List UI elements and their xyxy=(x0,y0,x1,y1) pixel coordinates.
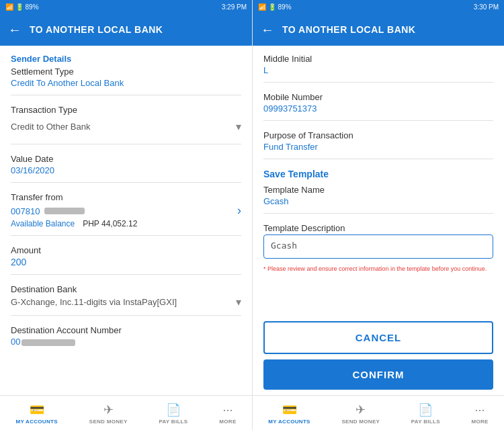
value-date-group: Value Date 03/16/2020 xyxy=(11,154,241,183)
save-template-label: Save Template xyxy=(263,169,493,179)
template-name-value: Gcash xyxy=(263,196,493,206)
right-nav-more[interactable]: ··· MORE xyxy=(471,403,488,425)
available-balance-label: Available Balance xyxy=(11,219,75,228)
dropdown-arrow-icon: ▾ xyxy=(236,120,241,133)
left-panel: 📶 🔋 89% 3:29 PM ← TO ANOTHER LOCAL BANK … xyxy=(0,0,252,430)
account-row[interactable]: 007810 › xyxy=(11,204,241,218)
transfer-from-label: Transfer from xyxy=(11,192,241,202)
left-back-button[interactable]: ← xyxy=(8,22,22,38)
nav-more[interactable]: ··· MORE xyxy=(219,403,236,425)
available-balance-value: PHP 44,052.12 xyxy=(83,219,137,228)
left-header: ← TO ANOTHER LOCAL BANK xyxy=(0,13,252,46)
transaction-type-label: Transaction Type xyxy=(11,105,241,115)
disclaimer-text: * Please review and ensure correct infor… xyxy=(263,265,493,273)
right-nav-pay-bills[interactable]: 📄 PAY BILLS xyxy=(411,402,440,425)
template-desc-input[interactable]: Gcash xyxy=(263,234,493,259)
left-status-bar: 📶 🔋 89% 3:29 PM xyxy=(0,0,252,13)
nav-pay-bills-label: PAY BILLS xyxy=(159,419,187,425)
right-nav-more-label: MORE xyxy=(471,419,488,425)
destination-bank-row[interactable]: G-Xchange, Inc.11-digits via InstaPay[GX… xyxy=(11,296,241,308)
pay-bills-icon: 📄 xyxy=(166,402,181,417)
right-more-icon: ··· xyxy=(475,403,485,417)
purpose-value: Fund Transfer xyxy=(263,142,493,152)
right-panel: 📶 🔋 89% 3:30 PM ← TO ANOTHER LOCAL BANK … xyxy=(252,0,504,430)
purpose-group: Purpose of Transaction Fund Transfer xyxy=(263,130,493,159)
right-status-bar-left: 📶 🔋 89% xyxy=(258,3,292,11)
template-name-label: Template Name xyxy=(263,185,493,195)
confirm-button[interactable]: CONFIRM xyxy=(263,359,493,390)
amount-group: Amount 200 xyxy=(11,245,241,275)
value-date-label: Value Date xyxy=(11,154,241,164)
right-header: ← TO ANOTHER LOCAL BANK xyxy=(253,13,504,46)
right-nav-pay-bills-label: PAY BILLS xyxy=(411,419,440,425)
chevron-right-icon[interactable]: › xyxy=(237,204,241,218)
destination-bank-arrow-icon: ▾ xyxy=(236,296,241,308)
destination-bank-value: G-Xchange, Inc.11-digits via InstaPay[GX… xyxy=(11,297,177,307)
left-status-bar-left: 📶 🔋 89% xyxy=(5,3,39,11)
sender-details-group: Sender Details Settlement Type Credit To… xyxy=(11,54,241,95)
my-accounts-icon: 💳 xyxy=(30,402,44,417)
right-nav-my-accounts[interactable]: 💳 MY ACCOUNTS xyxy=(268,402,310,425)
template-desc-group: Template Description Gcash xyxy=(263,223,493,261)
balance-row: Available Balance PHP 44,052.12 xyxy=(11,219,241,228)
right-back-button[interactable]: ← xyxy=(261,22,274,38)
right-header-title: TO ANOTHER LOCAL BANK xyxy=(282,24,415,35)
amount-value: 200 xyxy=(11,257,241,267)
right-content: Middle Initial L Mobile Number 099937513… xyxy=(253,46,504,321)
mobile-number-label: Mobile Number xyxy=(263,92,493,102)
right-status-bar: 📶 🔋 89% 3:30 PM xyxy=(253,0,504,13)
purpose-label: Purpose of Transaction xyxy=(263,130,493,140)
more-icon: ··· xyxy=(222,403,233,417)
left-header-title: TO ANOTHER LOCAL BANK xyxy=(30,24,163,35)
middle-initial-label: Middle Initial xyxy=(263,54,493,64)
right-nav-send-money[interactable]: ✈ SEND MONEY xyxy=(341,402,380,425)
account-number: 007810 xyxy=(11,206,40,216)
nav-send-money-label: SEND MONEY xyxy=(89,419,128,425)
nav-my-accounts-label: MY ACCOUNTS xyxy=(15,419,57,425)
right-pay-bills-icon: 📄 xyxy=(418,402,433,417)
destination-bank-group: Destination Bank G-Xchange, Inc.11-digit… xyxy=(11,284,241,316)
settlement-type-value: Credit To Another Local Bank xyxy=(11,78,241,88)
left-bottom-nav: 💳 MY ACCOUNTS ✈ SEND MONEY 📄 PAY BILLS ·… xyxy=(0,395,252,430)
value-date-value: 03/16/2020 xyxy=(11,165,241,175)
sender-details-label: Sender Details xyxy=(11,54,241,64)
destination-bank-label: Destination Bank xyxy=(11,284,241,294)
right-my-accounts-icon: 💳 xyxy=(282,402,297,417)
destination-account-value: 00 xyxy=(11,337,241,347)
right-bottom-nav: 💳 MY ACCOUNTS ✈ SEND MONEY 📄 PAY BILLS ·… xyxy=(253,395,504,430)
right-status-bar-time: 3:30 PM xyxy=(474,3,499,11)
right-nav-send-money-label: SEND MONEY xyxy=(341,419,380,425)
buttons-section: CANCEL CONFIRM xyxy=(253,321,504,395)
settlement-type-label: Settlement Type xyxy=(11,67,241,77)
amount-label: Amount xyxy=(11,245,241,255)
destination-account-label: Destination Account Number xyxy=(11,325,241,335)
account-masked xyxy=(44,208,85,214)
transaction-type-dropdown[interactable]: Credit to Other Bank ▾ xyxy=(11,116,241,137)
transaction-type-group: Transaction Type Credit to Other Bank ▾ xyxy=(11,105,241,144)
template-desc-label: Template Description xyxy=(263,223,493,233)
left-status-bar-time: 3:29 PM xyxy=(222,3,247,11)
transfer-from-group: Transfer from 007810 › Available Balance… xyxy=(11,192,241,236)
nav-send-money[interactable]: ✈ SEND MONEY xyxy=(89,402,128,425)
send-money-icon: ✈ xyxy=(103,402,114,417)
save-template-group: Save Template Template Name Gcash xyxy=(263,169,493,214)
mobile-number-group: Mobile Number 09993751373 xyxy=(263,92,493,121)
cancel-button[interactable]: CANCEL xyxy=(263,321,493,354)
destination-account-group: Destination Account Number 00 xyxy=(11,325,241,353)
left-content: Sender Details Settlement Type Credit To… xyxy=(0,46,252,395)
nav-my-accounts[interactable]: 💳 MY ACCOUNTS xyxy=(15,402,57,425)
nav-pay-bills[interactable]: 📄 PAY BILLS xyxy=(159,402,187,425)
nav-more-label: MORE xyxy=(219,419,236,425)
middle-initial-value: L xyxy=(263,65,493,75)
right-nav-my-accounts-label: MY ACCOUNTS xyxy=(268,419,310,425)
right-send-money-icon: ✈ xyxy=(355,402,366,417)
mobile-number-value: 09993751373 xyxy=(263,103,493,114)
middle-initial-group: Middle Initial L xyxy=(263,54,493,83)
transaction-type-value: Credit to Other Bank xyxy=(11,122,91,132)
